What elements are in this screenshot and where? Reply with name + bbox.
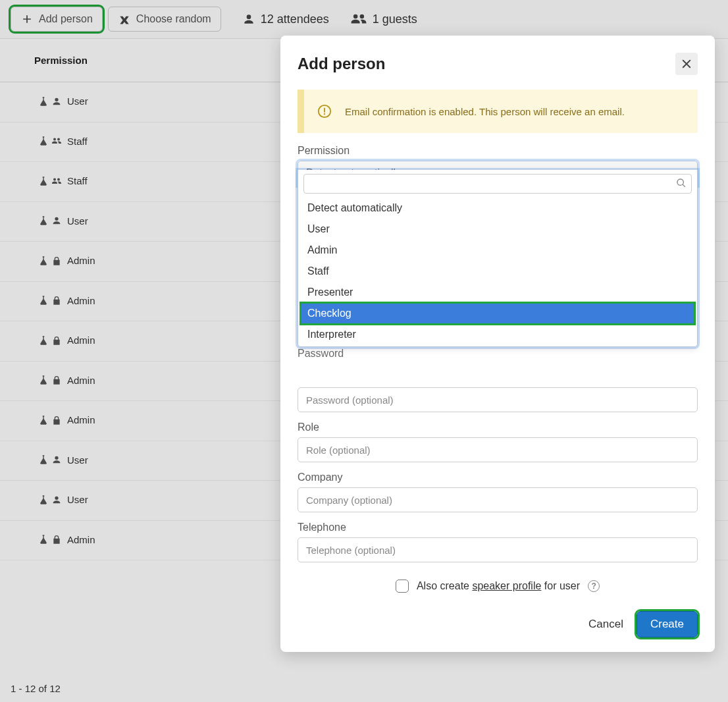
password-input[interactable] <box>298 387 698 412</box>
permission-label: Permission <box>298 145 698 157</box>
speaker-profile-link[interactable]: speaker profile <box>472 580 541 591</box>
permission-option[interactable]: Detect automatically <box>301 198 694 219</box>
permission-options-list: Detect automaticallyUserAdminStaffPresen… <box>301 198 694 345</box>
telephone-input[interactable] <box>298 537 698 562</box>
role-label: Role <box>298 421 698 433</box>
add-person-modal: Add person Email confirmation is enabled… <box>280 36 715 652</box>
company-label: Company <box>298 472 698 483</box>
dropdown-search-input[interactable] <box>303 174 692 194</box>
alert-text: Email confirmation is enabled. This pers… <box>345 106 625 117</box>
modal-title: Add person <box>298 55 385 73</box>
speaker-profile-checkbox[interactable] <box>396 580 409 593</box>
role-field: Role <box>298 421 698 462</box>
email-confirmation-alert: Email confirmation is enabled. This pers… <box>298 90 698 133</box>
permission-option[interactable]: Admin <box>301 240 694 261</box>
checkbox-label: Also create speaker profile for user <box>417 580 580 592</box>
company-field: Company <box>298 472 698 512</box>
role-input[interactable] <box>298 437 698 462</box>
modal-footer: Cancel Create <box>298 611 698 637</box>
close-button[interactable] <box>675 53 698 75</box>
password-label-partial: Password <box>298 348 344 360</box>
permission-option[interactable]: User <box>301 219 694 240</box>
permission-dropdown: Detect automaticallyUserAdminStaffPresen… <box>298 170 698 347</box>
cancel-button[interactable]: Cancel <box>588 618 623 631</box>
password-field <box>298 387 698 412</box>
speaker-profile-row: Also create speaker profile for user ? <box>298 580 698 593</box>
telephone-field: Telephone <box>298 522 698 562</box>
permission-option[interactable]: Presenter <box>301 282 694 303</box>
permission-option[interactable]: Checklog <box>301 303 694 324</box>
help-icon[interactable]: ? <box>588 580 600 592</box>
close-icon <box>681 58 692 70</box>
company-input[interactable] <box>298 487 698 512</box>
telephone-label: Telephone <box>298 522 698 533</box>
warning-icon <box>317 104 332 119</box>
create-button[interactable]: Create <box>637 611 698 637</box>
permission-field: Permission Detect automatically Detect a… <box>298 145 698 186</box>
search-icon <box>676 178 687 188</box>
permission-option[interactable]: Interpreter <box>301 324 694 345</box>
permission-option[interactable]: Staff <box>301 261 694 282</box>
